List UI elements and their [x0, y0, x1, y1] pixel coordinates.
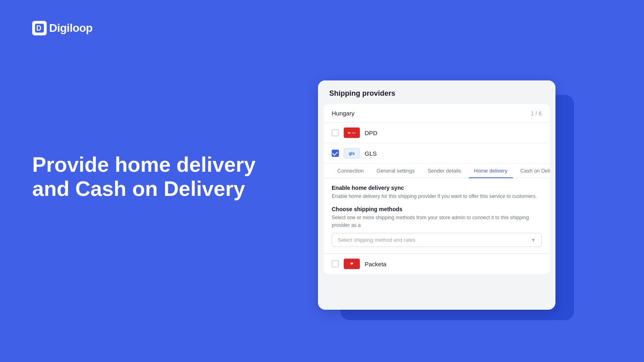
gls-tabs: Connection General settings Sender detai…	[324, 164, 550, 178]
tab-sender-details[interactable]: Sender details	[422, 164, 466, 178]
shipping-method-select[interactable]: Select shipping method and rates ▼	[332, 233, 542, 247]
hero-line1: Provide home delivery	[32, 153, 256, 177]
country-row: Hungary 1 / 6	[324, 104, 550, 123]
gls-badge-text: gls	[349, 151, 355, 156]
choose-methods-desc: Select one or more shipping methods from…	[332, 214, 542, 229]
provider-row-dpd: •• — DPD	[324, 123, 550, 143]
tab-general-settings[interactable]: General settings	[371, 164, 421, 178]
dpd-badge: •• —	[344, 128, 360, 138]
hero-line2: and Cash on Delivery	[32, 177, 256, 201]
select-arrow-icon: ▼	[531, 237, 536, 243]
logo: D Digiloop	[32, 21, 93, 35]
packeta-name: Packeta	[365, 261, 386, 267]
tab-connection[interactable]: Connection	[332, 164, 369, 178]
gls-checkbox[interactable]	[332, 150, 339, 157]
card-header: Shipping providers	[318, 80, 555, 104]
dpd-checkbox[interactable]	[332, 129, 339, 136]
logo-text: Digiloop	[49, 22, 93, 35]
shipping-providers-card: Shipping providers Hungary 1 / 6 •• — DP…	[318, 80, 555, 310]
gls-expanded-section: gls GLS Connection General settings Send…	[324, 143, 550, 254]
country-pagination: 1 / 6	[531, 110, 542, 117]
gls-name: GLS	[365, 150, 377, 157]
enable-sync-desc: Enable home delivery for this shipping p…	[332, 193, 542, 200]
packeta-badge-text: ❤	[350, 262, 353, 266]
provider-row-gls: gls GLS	[324, 143, 550, 164]
svg-text:D: D	[36, 24, 41, 32]
country-name: Hungary	[332, 110, 355, 117]
inner-panel: Hungary 1 / 6 •• — DPD gls GLS Con	[324, 104, 550, 274]
home-delivery-tab-content: Enable home delivery sync Enable home de…	[324, 178, 550, 253]
gls-badge: gls	[344, 148, 360, 158]
dpd-badge-text: •• —	[348, 131, 356, 135]
logo-icon: D	[32, 21, 47, 35]
choose-methods-title: Choose shipping methods	[332, 206, 542, 212]
enable-sync-title: Enable home delivery sync	[332, 185, 542, 191]
tab-cash-on-delivery[interactable]: Cash on Delivery	[515, 164, 550, 178]
card-title: Shipping providers	[329, 89, 395, 97]
dpd-name: DPD	[365, 130, 378, 136]
hero-text: Provide home delivery and Cash on Delive…	[32, 153, 256, 201]
tab-home-delivery[interactable]: Home delivery	[469, 164, 513, 178]
packeta-badge: ❤	[344, 259, 360, 269]
packeta-checkbox[interactable]	[332, 260, 339, 267]
provider-row-packeta: ❤ Packeta	[324, 254, 550, 274]
select-placeholder: Select shipping method and rates	[338, 237, 415, 243]
